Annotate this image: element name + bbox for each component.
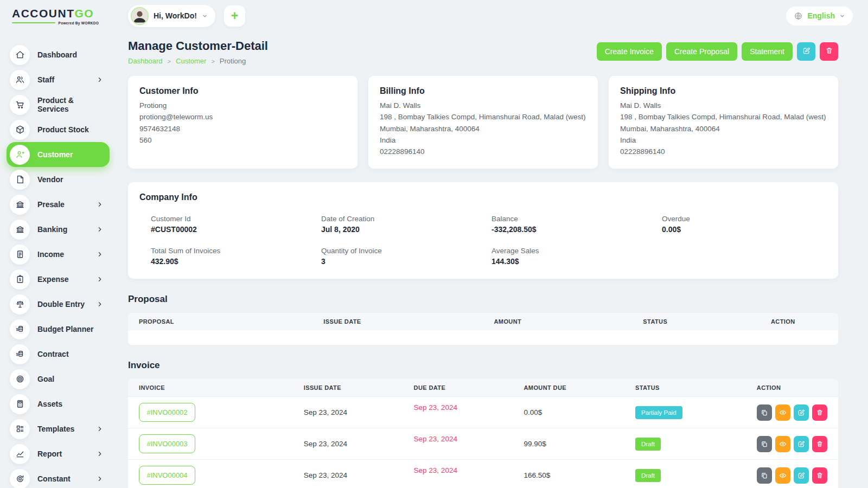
billing-info-title: Billing Info <box>380 86 586 96</box>
sidebar-item-assets[interactable]: Assets <box>7 391 110 416</box>
edit-invoice-button[interactable] <box>794 467 809 484</box>
invoice-due-date: Sep 23, 2024 <box>414 466 457 474</box>
sidebar-item-budget-planner[interactable]: $Budget Planner <box>7 317 110 342</box>
invoice-col-issue-date: ISSUE DATE <box>293 379 403 396</box>
breadcrumb-item-customer[interactable]: Customer <box>176 57 206 65</box>
view-invoice-button[interactable] <box>775 436 790 452</box>
sidebar-item-label: Customer <box>37 150 103 159</box>
sidebar-item-vendor[interactable]: Vendor <box>7 167 110 192</box>
view-invoice-button[interactable] <box>775 467 790 484</box>
brand-logo[interactable]: ACCOUNTGO Powered By WORKDO <box>0 0 115 31</box>
delete-customer-button[interactable] <box>820 42 838 61</box>
brand-powered-by: Powered By WORKDO <box>59 21 99 25</box>
sidebar-item-goal[interactable]: Goal <box>7 367 110 391</box>
customer-info-line: protiong@teleworm.us <box>139 112 346 121</box>
sidebar-item-product-services[interactable]: Product & Services <box>7 92 110 117</box>
proposal-col-issue-date: ISSUE DATE <box>312 313 483 330</box>
create-proposal-button[interactable]: Create Proposal <box>666 42 737 61</box>
invoice-id-link[interactable]: #INVO00002 <box>139 403 195 422</box>
coins-icon: $ <box>10 344 30 364</box>
users-icon <box>10 70 30 90</box>
customer-info-lines: Protiongprotiong@teleworm.us957463214856… <box>139 101 346 145</box>
chevron-down-icon <box>839 13 845 19</box>
sidebar-item-double-entry[interactable]: Double Entry <box>7 292 110 317</box>
view-invoice-button[interactable] <box>775 404 790 421</box>
edit-invoice-button[interactable] <box>794 404 809 421</box>
company-field-average-sales: Average Sales144.30$ <box>492 247 656 266</box>
quick-add-button[interactable]: + <box>224 5 245 27</box>
invoice-table: INVOICEISSUE DATEDUE DATEAMOUNT DUESTATU… <box>128 379 838 488</box>
brand-name-account: ACCOUNT <box>12 7 75 20</box>
proposal-table: PROPOSALISSUE DATEAMOUNTSTATUSACTION <box>128 313 838 345</box>
delete-invoice-button[interactable] <box>812 436 827 452</box>
copy-icon <box>761 472 768 479</box>
edit-icon <box>802 47 810 56</box>
delete-invoice-button[interactable] <box>812 404 827 421</box>
sidebar-item-label: Dashboard <box>37 50 103 59</box>
sidebar-item-customer[interactable]: Customer <box>7 142 110 167</box>
statement-button[interactable]: Statement <box>742 42 793 61</box>
invoice-status-badge: Draft <box>635 469 661 482</box>
proposal-table-header: PROPOSALISSUE DATEAMOUNTSTATUSACTION <box>128 313 838 330</box>
create-invoice-button[interactable]: Create Invoice <box>597 42 662 61</box>
proposal-col-amount: AMOUNT <box>483 313 632 330</box>
edit-invoice-button[interactable] <box>794 436 809 452</box>
invoice-id-link[interactable]: #INVO00004 <box>139 466 195 485</box>
delete-invoice-button[interactable] <box>812 467 827 484</box>
sidebar-item-income[interactable]: Income <box>7 242 110 267</box>
field-value: 0.00$ <box>662 225 827 234</box>
edit-icon <box>797 409 805 416</box>
shipping-info-lines: Mai D. Walls198 , Bombay Talkies Compd, … <box>620 101 827 156</box>
svg-text:$: $ <box>16 352 18 357</box>
duplicate-invoice-button[interactable] <box>757 404 772 421</box>
duplicate-invoice-button[interactable] <box>757 436 772 452</box>
edit-customer-button[interactable] <box>797 42 815 61</box>
sidebar-item-contract[interactable]: $Contract <box>7 342 110 367</box>
sidebar-item-label: Income <box>37 250 89 259</box>
invoice-amount-due: 99.90$ <box>513 434 624 454</box>
proposal-section-title: Proposal <box>128 294 838 305</box>
breadcrumb-separator: > <box>168 58 171 65</box>
sidebar-item-presale[interactable]: Presale <box>7 192 110 217</box>
sidebar-item-label: Vendor <box>37 175 103 184</box>
bank-icon <box>10 220 30 240</box>
breadcrumb-item-protiong: Protiong <box>220 57 246 65</box>
sidebar-item-banking[interactable]: Banking <box>7 217 110 242</box>
customer-info-line: 560 <box>139 136 346 145</box>
globe-icon <box>794 11 803 21</box>
shipping-info-line: India <box>620 136 827 145</box>
duplicate-invoice-button[interactable] <box>757 467 772 484</box>
copy-icon <box>761 440 768 448</box>
invoice-row-actions <box>746 461 838 488</box>
breadcrumb-item-dashboard[interactable]: Dashboard <box>128 57 163 65</box>
sidebar-item-product-stock[interactable]: Product Stock <box>7 117 110 142</box>
user-menu[interactable]: Hi, WorkDo! <box>128 5 215 27</box>
sidebar: ACCOUNTGO Powered By WORKDO DashboardSta… <box>0 0 115 488</box>
sidebar-item-report[interactable]: Report <box>7 441 110 466</box>
sidebar-item-dashboard[interactable]: Dashboard <box>7 42 110 67</box>
sidebar-item-templates[interactable]: Templates <box>7 416 110 441</box>
sidebar-item-expense[interactable]: $Expense <box>7 267 110 292</box>
proposal-col-proposal: PROPOSAL <box>128 313 312 330</box>
trash-icon <box>816 472 824 479</box>
company-field-total-sum-of-invoices: Total Sum of Invoices432.90$ <box>151 247 316 266</box>
proposal-col-action: ACTION <box>760 313 838 330</box>
trash-icon <box>825 47 833 56</box>
language-selector[interactable]: English <box>786 7 853 25</box>
sidebar-item-constant[interactable]: Constant <box>7 466 110 488</box>
billing-info-line: Mai D. Walls <box>380 101 586 110</box>
company-field-date-of-creation: Date of CreationJul 8, 2020 <box>321 215 486 234</box>
customer-info-card: Customer Info Protiongprotiong@teleworm.… <box>128 76 358 169</box>
file-icon <box>10 170 30 190</box>
invoice-table-row: #INVO00002Sep 23, 2024Sep 23, 20240.00$P… <box>128 396 838 428</box>
breadcrumb: Dashboard>Customer>Protiong <box>128 57 268 65</box>
sidebar-item-staff[interactable]: Staff <box>7 67 110 92</box>
eye-icon <box>779 472 787 479</box>
sidebar-item-label: Contract <box>37 350 103 358</box>
scale-icon <box>10 294 30 314</box>
brand-underline <box>12 22 55 23</box>
gear-refresh-icon <box>10 469 30 488</box>
header-actions: Create Invoice Create Proposal Statement <box>597 42 838 61</box>
invoice-due-date: Sep 23, 2024 <box>414 435 457 443</box>
invoice-id-link[interactable]: #INVO00003 <box>139 434 195 453</box>
